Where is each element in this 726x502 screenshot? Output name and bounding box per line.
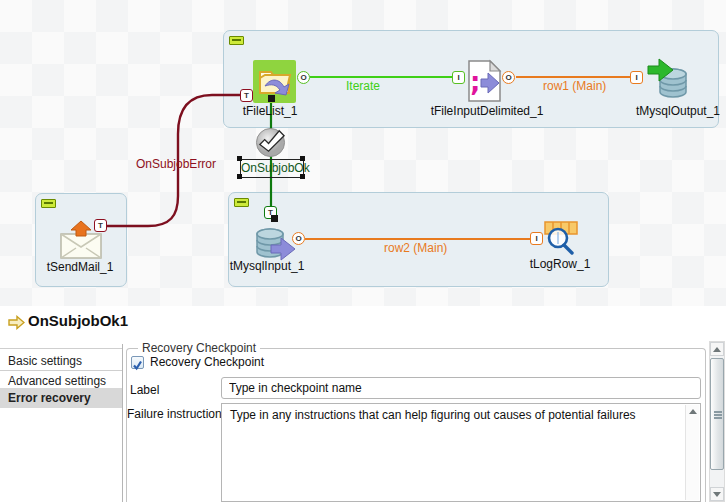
scrollbar-thumb[interactable] [710, 358, 724, 470]
selection-handle[interactable] [237, 174, 242, 179]
panel-scrollbar[interactable] [709, 341, 725, 502]
tab-separator [0, 370, 122, 371]
scroll-up-icon [713, 347, 721, 352]
tab-error-recovery[interactable]: Error recovery [0, 388, 122, 408]
delimited-file-icon: ; [466, 59, 502, 103]
row2-connection-label[interactable]: row2 (Main) [384, 241, 447, 255]
output-connector-badge[interactable]: O [502, 71, 515, 84]
onsubjobok-connection-label[interactable]: OnSubjobOk [240, 159, 304, 178]
scrollbar-up-button[interactable] [710, 342, 724, 356]
tmysqlinput-component[interactable] [254, 224, 298, 264]
tmysqloutput-component[interactable] [646, 56, 692, 103]
component-label[interactable]: tFileInputDelimited_1 [427, 104, 547, 118]
output-connector-badge[interactable]: O [297, 71, 310, 84]
checkbox-check-icon [132, 360, 143, 371]
component-label[interactable]: tSendMail_1 [20, 260, 140, 274]
trigger-connector-badge[interactable]: T [94, 219, 107, 232]
tab-basic-settings[interactable]: Basic settings [0, 354, 122, 368]
recovery-checkpoint-checkbox[interactable] [131, 356, 144, 369]
component-label[interactable]: tMysqlOutput_1 [618, 104, 726, 118]
connection-endpoint-handle[interactable] [271, 215, 278, 222]
scrollbar-grip-icon [714, 411, 722, 413]
recovery-checkpoint-icon[interactable] [255, 127, 286, 158]
svg-text:;: ; [470, 67, 480, 97]
panel-divider [122, 344, 123, 502]
mysql-input-icon [254, 224, 298, 264]
trigger-connector-badge[interactable]: T [240, 89, 253, 102]
label-field-label: Label [130, 383, 159, 397]
input-connector-badge[interactable]: I [452, 71, 465, 84]
tab-separator [0, 348, 122, 349]
input-connector-badge[interactable]: I [530, 232, 543, 245]
recovery-checkpoint-checkbox-label: Recovery Checkpoint [150, 355, 264, 369]
iterate-connection-label[interactable]: Iterate [346, 79, 380, 93]
component-label[interactable]: tMysqlInput_1 [207, 259, 327, 273]
selection-handle[interactable] [300, 156, 305, 161]
component-label[interactable]: tFileList_1 [210, 104, 330, 118]
failure-instructions-text: Type in any instructions that can help f… [230, 407, 670, 423]
failure-instructions-label: Failure instructions [127, 407, 228, 421]
job-design-canvas[interactable]: tFileList_1 T O Iterate ; tFileInputDeli… [0, 0, 726, 306]
panel-title: OnSubjobOk1 [28, 312, 128, 329]
log-row-icon [543, 219, 579, 255]
component-label[interactable]: tLogRow_1 [500, 257, 620, 271]
scroll-up-icon[interactable] [689, 409, 697, 414]
row1-connection-label[interactable]: row1 (Main) [543, 79, 606, 93]
selection-handle[interactable] [237, 156, 242, 161]
tlogrow-component[interactable] [543, 219, 579, 255]
tab-advanced-settings[interactable]: Advanced settings [0, 374, 122, 388]
onsubjoberror-connection-label[interactable]: OnSubjobError [136, 157, 216, 171]
connection-endpoint-handle[interactable] [268, 95, 275, 102]
output-connector-badge[interactable]: O [292, 232, 305, 245]
recovery-checkpoint-group-title: Recovery Checkpoint [138, 341, 260, 355]
scroll-down-icon [713, 492, 721, 497]
component-header-arrow-icon [8, 315, 25, 330]
checkpoint-label-input[interactable] [221, 377, 701, 399]
scrollbar-down-button[interactable] [710, 487, 724, 501]
selection-handle[interactable] [300, 174, 305, 179]
talend-designer-window: tFileList_1 T O Iterate ; tFileInputDeli… [0, 0, 726, 502]
tfileinputdelimited-component[interactable]: ; [466, 59, 502, 103]
failure-instructions-textarea[interactable]: Type in any instructions that can help f… [221, 403, 701, 502]
textarea-scrollbar[interactable] [685, 405, 699, 500]
component-properties-panel: OnSubjobOk1 Basic settings Advanced sett… [0, 306, 726, 502]
input-connector-badge[interactable]: I [630, 71, 643, 84]
mysql-output-icon [646, 56, 692, 103]
